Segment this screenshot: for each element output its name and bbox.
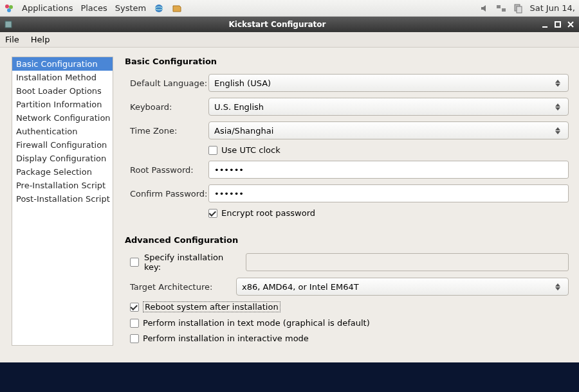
confirm-password-label: Confirm Password: xyxy=(130,189,208,199)
encrypt-root-password-checkbox[interactable] xyxy=(208,209,217,218)
default-language-combo[interactable]: English (USA) xyxy=(208,74,569,92)
sidebar-item-package-selection[interactable]: Package Selection xyxy=(12,165,113,179)
window-close-button[interactable] xyxy=(566,20,575,29)
svg-rect-6 xyxy=(502,8,506,12)
main-content: Basic Configuration Default Language: En… xyxy=(125,57,569,350)
menubar: File Help xyxy=(0,32,579,48)
svg-point-2 xyxy=(7,8,11,12)
browser-launcher-icon[interactable] xyxy=(154,3,164,13)
panel-menu-places[interactable]: Places xyxy=(80,3,107,13)
root-password-label: Root Password: xyxy=(130,165,208,175)
keyboard-label: Keyboard: xyxy=(130,102,208,112)
app-window: Kickstart Configurator File Help Basic C… xyxy=(0,17,579,362)
encrypt-root-password-label: Encrypt root password xyxy=(221,208,315,218)
keyboard-combo[interactable]: U.S. English xyxy=(208,98,569,116)
utc-clock-checkbox[interactable] xyxy=(208,146,217,155)
combo-spinner-icon xyxy=(555,103,563,111)
svg-rect-8 xyxy=(517,6,522,13)
timezone-combo[interactable]: Asia/Shanghai xyxy=(208,121,569,139)
window-titlebar: Kickstart Configurator xyxy=(0,17,579,32)
panel-menu-system[interactable]: System xyxy=(115,3,146,13)
combo-spinner-icon xyxy=(555,127,563,134)
sidebar-item-boot-loader-options[interactable]: Boot Loader Options xyxy=(12,84,113,98)
target-architecture-value: x86, AMD64, or Intel EM64T xyxy=(242,282,555,292)
text-mode-checkbox[interactable] xyxy=(130,319,139,328)
svg-point-3 xyxy=(155,4,163,12)
sidebar-item-basic-configuration[interactable]: Basic Configuration xyxy=(12,57,113,71)
specify-installation-key-label: Specify installation key: xyxy=(144,253,241,272)
default-language-label: Default Language: xyxy=(130,78,208,88)
window-minimize-button[interactable] xyxy=(540,20,549,29)
panel-clock[interactable]: Sat Jun 14, xyxy=(529,3,575,13)
book-launcher-icon[interactable] xyxy=(172,3,182,13)
svg-rect-9 xyxy=(5,21,12,28)
menu-file[interactable]: File xyxy=(5,35,19,44)
target-architecture-combo[interactable]: x86, AMD64, or Intel EM64T xyxy=(236,278,569,296)
sidebar-item-network-configuration[interactable]: Network Configuration xyxy=(12,111,113,125)
svg-rect-5 xyxy=(497,5,501,8)
sidebar-item-installation-method[interactable]: Installation Method xyxy=(12,71,113,84)
svg-rect-11 xyxy=(555,22,560,27)
target-architecture-label: Target Architecture: xyxy=(130,282,236,292)
timezone-label: Time Zone: xyxy=(130,126,208,136)
text-mode-label: Perform installation in text mode (graph… xyxy=(143,318,370,328)
basic-configuration-heading: Basic Configuration xyxy=(125,57,569,66)
default-language-value: English (USA) xyxy=(214,78,555,88)
utc-clock-label: Use UTC clock xyxy=(221,145,280,155)
sidebar-item-authentication[interactable]: Authentication xyxy=(12,125,113,138)
window-maximize-button[interactable] xyxy=(553,20,562,29)
panel-menu-applications[interactable]: Applications xyxy=(22,3,73,13)
combo-spinner-icon xyxy=(555,283,563,290)
svg-point-1 xyxy=(9,5,13,9)
interactive-mode-label: Perform installation in interactive mode xyxy=(143,334,309,343)
reboot-after-install-checkbox[interactable] xyxy=(130,303,139,312)
combo-spinner-icon xyxy=(555,80,563,87)
specify-installation-key-checkbox[interactable] xyxy=(130,258,139,267)
reboot-after-install-label: Reboot system after installation xyxy=(143,301,280,312)
window-title: Kickstart Configurator xyxy=(18,20,537,29)
confirm-password-input[interactable] xyxy=(208,184,569,202)
timezone-value: Asia/Shanghai xyxy=(214,126,555,136)
sidebar-item-firewall-configuration[interactable]: Firewall Configuration xyxy=(12,138,113,152)
root-password-input[interactable] xyxy=(208,161,569,179)
clipboard-icon[interactable] xyxy=(513,3,523,13)
keyboard-value: U.S. English xyxy=(214,102,555,112)
volume-icon[interactable] xyxy=(479,3,490,13)
interactive-mode-checkbox[interactable] xyxy=(130,334,139,343)
distro-logo-icon xyxy=(4,3,14,13)
advanced-configuration-heading: Advanced Configuration xyxy=(125,235,569,245)
sidebar-item-display-configuration[interactable]: Display Configuration xyxy=(12,152,113,165)
svg-point-0 xyxy=(5,4,9,8)
app-icon xyxy=(4,20,13,29)
sidebar-item-pre-installation-script[interactable]: Pre-Installation Script xyxy=(12,179,113,192)
sidebar: Basic Configuration Installation Method … xyxy=(12,57,113,346)
desktop-top-panel: Applications Places System Sat Jun 14, xyxy=(0,0,579,17)
installation-key-input[interactable] xyxy=(246,253,569,271)
network-icon[interactable] xyxy=(496,3,506,13)
sidebar-item-post-installation-script[interactable]: Post-Installation Script xyxy=(12,192,113,206)
menu-help[interactable]: Help xyxy=(31,35,50,44)
sidebar-item-partition-information[interactable]: Partition Information xyxy=(12,98,113,111)
